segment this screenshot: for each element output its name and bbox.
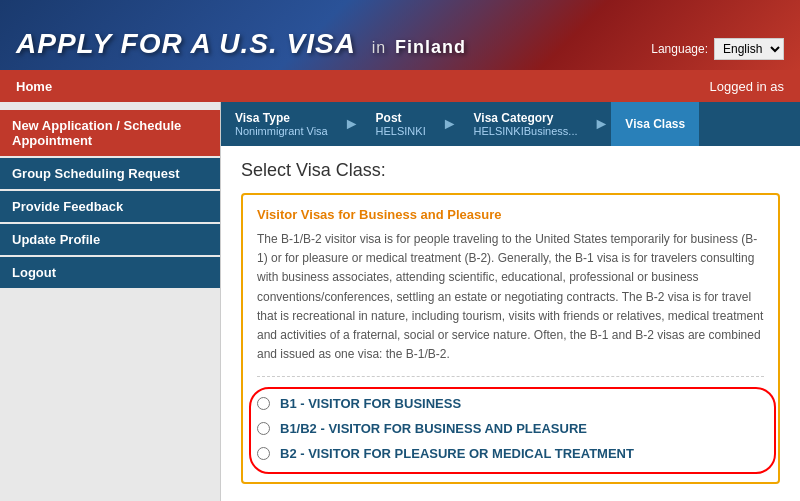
language-label: Language: [651,42,708,56]
visitor-visa-section: Visitor Visas for Business and Pleasure … [241,193,780,484]
logged-in-status: Logged in as [694,72,800,101]
home-link[interactable]: Home [0,72,68,101]
language-selector[interactable]: Language: English [651,38,784,60]
radio-b1b2[interactable] [257,422,270,435]
country-text: Finland [395,37,466,57]
breadcrumb-visa-type[interactable]: Visa Type Nonimmigrant Visa [221,102,342,146]
visa-option-b2[interactable]: B2 - VISITOR FOR PLEASURE OR MEDICAL TRE… [257,441,764,466]
sidebar-item-logout[interactable]: Logout [0,257,220,288]
visa-option-b2-label: B2 - VISITOR FOR PLEASURE OR MEDICAL TRE… [280,446,634,461]
content-area: Visa Type Nonimmigrant Visa ► Post HELSI… [220,102,800,501]
radio-b2[interactable] [257,447,270,460]
visitor-section-desc: The B-1/B-2 visitor visa is for people t… [257,230,764,364]
navbar: Home Logged in as [0,70,800,102]
visa-option-b1[interactable]: B1 - VISITOR FOR BUSINESS [257,391,764,416]
bc-category-value: HELSINKIBusiness... [474,125,578,137]
breadcrumb-arrow-1: ► [342,115,362,133]
sidebar-item-provide-feedback[interactable]: Provide Feedback [0,191,220,222]
sidebar-item-new-application[interactable]: New Application / Schedule Appointment [0,110,220,156]
bc-visa-type-value: Nonimmigrant Visa [235,125,328,137]
bc-class-label: Visa Class [625,117,685,131]
sidebar-item-group-scheduling[interactable]: Group Scheduling Request [0,158,220,189]
content-body: Select Visa Class: Visitor Visas for Bus… [221,146,800,501]
visa-options-highlight: B1 - VISITOR FOR BUSINESS B1/B2 - VISITO… [257,387,764,470]
breadcrumb-visa-category[interactable]: Visa Category HELSINKIBusiness... [460,102,592,146]
sidebar-item-update-profile[interactable]: Update Profile [0,224,220,255]
bc-category-label: Visa Category [474,111,578,125]
title-text: APPLY FOR A U.S. VISA [16,28,355,59]
header: APPLY FOR A U.S. VISA in Finland Languag… [0,0,800,70]
bc-post-label: Post [376,111,426,125]
visa-options: B1 - VISITOR FOR BUSINESS B1/B2 - VISITO… [257,376,764,470]
visitor-section-title: Visitor Visas for Business and Pleasure [257,207,764,222]
site-title: APPLY FOR A U.S. VISA in Finland [16,28,466,59]
visa-option-b1b2[interactable]: B1/B2 - VISITOR FOR BUSINESS AND PLEASUR… [257,416,764,441]
bc-visa-type-label: Visa Type [235,111,328,125]
language-dropdown[interactable]: English [714,38,784,60]
radio-b1[interactable] [257,397,270,410]
breadcrumb: Visa Type Nonimmigrant Visa ► Post HELSI… [221,102,800,146]
header-title-block: APPLY FOR A U.S. VISA in Finland [16,28,466,60]
bc-post-value: HELSINKI [376,125,426,137]
in-text: in [372,39,386,56]
breadcrumb-visa-class[interactable]: Visa Class [611,102,699,146]
breadcrumb-post[interactable]: Post HELSINKI [362,102,440,146]
visa-option-b1b2-label: B1/B2 - VISITOR FOR BUSINESS AND PLEASUR… [280,421,587,436]
visa-option-b1-label: B1 - VISITOR FOR BUSINESS [280,396,461,411]
breadcrumb-arrow-2: ► [440,115,460,133]
sidebar: New Application / Schedule Appointment G… [0,102,220,501]
breadcrumb-arrow-3: ► [592,115,612,133]
page-title: Select Visa Class: [241,160,780,181]
main-layout: New Application / Schedule Appointment G… [0,102,800,501]
